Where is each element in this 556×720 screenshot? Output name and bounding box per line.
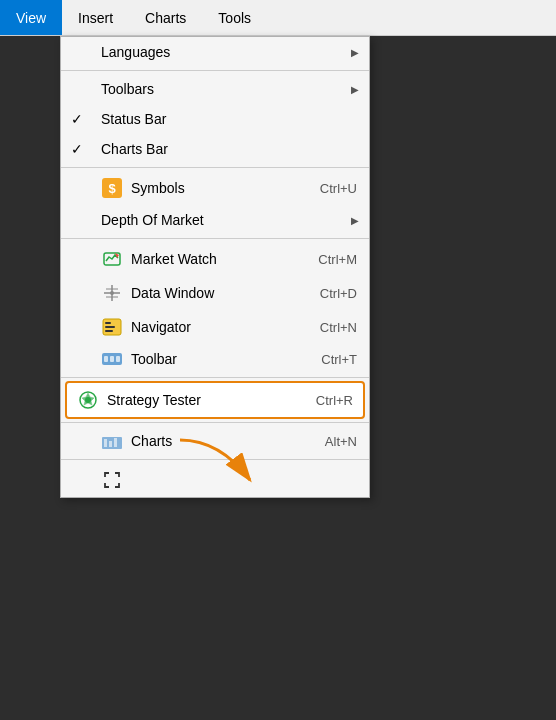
svg-rect-14 xyxy=(116,356,120,362)
symbols-label: Symbols xyxy=(131,180,300,196)
svg-rect-20 xyxy=(109,441,112,447)
toolbar-shortcut: Ctrl+T xyxy=(321,352,357,367)
menu-item-strategy-tester[interactable]: Strategy Tester Ctrl+R xyxy=(65,381,365,419)
data-window-label: Data Window xyxy=(131,285,300,301)
toolbars-label: Toolbars xyxy=(101,81,357,97)
svg-rect-8 xyxy=(105,322,111,324)
menu-item-fullscreen[interactable] xyxy=(61,463,369,497)
view-dropdown: Languages Toolbars ✓ Status Bar ✓ Charts… xyxy=(60,36,370,498)
menu-item-status-bar[interactable]: ✓ Status Bar xyxy=(61,104,369,134)
fullscreen-icon xyxy=(101,469,123,491)
toolbar-label: Toolbar xyxy=(131,351,301,367)
market-watch-label: Market Watch xyxy=(131,251,298,267)
menu-item-charts-partial[interactable]: Charts Alt+N xyxy=(61,426,369,456)
strategy-tester-label: Strategy Tester xyxy=(107,392,296,408)
svg-rect-9 xyxy=(105,326,115,328)
symbols-shortcut: Ctrl+U xyxy=(320,181,357,196)
dollar-icon: $ xyxy=(101,177,123,199)
menu-item-toolbar[interactable]: Toolbar Ctrl+T xyxy=(61,344,369,374)
depth-of-market-label: Depth Of Market xyxy=(101,212,357,228)
svg-rect-19 xyxy=(104,439,107,447)
toolbar-icon xyxy=(101,348,123,370)
separator-3 xyxy=(61,238,369,239)
menu-item-symbols[interactable]: $ Symbols Ctrl+U xyxy=(61,171,369,205)
status-bar-label: Status Bar xyxy=(101,111,357,127)
data-window-icon xyxy=(101,282,123,304)
menu-item-market-watch[interactable]: Market Watch Ctrl+M xyxy=(61,242,369,276)
menubar-charts-label: Charts xyxy=(145,10,186,26)
menubar-item-insert[interactable]: Insert xyxy=(62,0,129,35)
menu-item-navigator[interactable]: Navigator Ctrl+N xyxy=(61,310,369,344)
svg-point-17 xyxy=(85,397,91,403)
menu-item-toolbars[interactable]: Toolbars xyxy=(61,74,369,104)
menubar-item-view[interactable]: View xyxy=(0,0,62,35)
menubar-view-label: View xyxy=(16,10,46,26)
svg-rect-13 xyxy=(110,356,114,362)
menu-item-charts-bar[interactable]: ✓ Charts Bar xyxy=(61,134,369,164)
separator-1 xyxy=(61,70,369,71)
menubar-item-charts[interactable]: Charts xyxy=(129,0,202,35)
strategy-tester-icon xyxy=(77,389,99,411)
menubar: View Insert Charts Tools xyxy=(0,0,556,36)
separator-4 xyxy=(61,377,369,378)
menubar-tools-label: Tools xyxy=(218,10,251,26)
separator-5 xyxy=(61,422,369,423)
navigator-label: Navigator xyxy=(131,319,300,335)
market-watch-shortcut: Ctrl+M xyxy=(318,252,357,267)
svg-rect-21 xyxy=(114,438,117,447)
strategy-tester-shortcut: Ctrl+R xyxy=(316,393,353,408)
charts-partial-shortcut: Alt+N xyxy=(325,434,357,449)
charts-partial-label: Charts xyxy=(131,433,305,449)
charts-bar-label: Charts Bar xyxy=(101,141,357,157)
menu-item-languages[interactable]: Languages xyxy=(61,37,369,67)
svg-point-6 xyxy=(110,291,114,295)
languages-label: Languages xyxy=(101,44,337,60)
menubar-insert-label: Insert xyxy=(78,10,113,26)
data-window-shortcut: Ctrl+D xyxy=(320,286,357,301)
separator-2 xyxy=(61,167,369,168)
charts-icon xyxy=(101,430,123,452)
menu-item-depth-of-market[interactable]: Depth Of Market xyxy=(61,205,369,235)
navigator-icon xyxy=(101,316,123,338)
market-watch-icon xyxy=(101,248,123,270)
menubar-item-tools[interactable]: Tools xyxy=(202,0,267,35)
menu-item-data-window[interactable]: Data Window Ctrl+D xyxy=(61,276,369,310)
separator-6 xyxy=(61,459,369,460)
navigator-shortcut: Ctrl+N xyxy=(320,320,357,335)
svg-rect-10 xyxy=(105,330,113,332)
svg-rect-12 xyxy=(104,356,108,362)
